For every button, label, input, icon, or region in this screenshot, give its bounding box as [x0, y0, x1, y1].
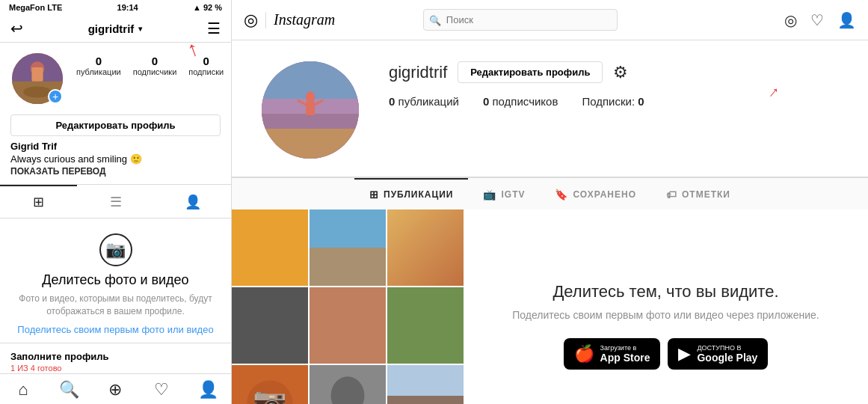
desktop-content: gigridtrif Редактировать профиль ⚙ ↑ 0 п…	[232, 40, 868, 404]
google-play-button[interactable]: ▶ ДОСТУПНО В Google Play	[668, 338, 768, 370]
mobile-top-nav: ↩ gigridtrif ▾ ☰ ↑	[0, 15, 231, 43]
fill-profile-title: Заполните профиль	[10, 351, 221, 362]
tab-tagged[interactable]: 🏷 ОТМЕТКИ	[651, 178, 745, 209]
svg-rect-4	[31, 67, 43, 82]
grid-cell-9[interactable]	[387, 365, 464, 404]
desktop-header: ◎ Instagram 🔍 ◎ ♡ 👤	[232, 0, 868, 40]
status-bar: MegaFon LTE 19:14 ▲ 92 %	[0, 0, 231, 15]
battery-label: ▲ 92 %	[193, 3, 222, 12]
nav-heart[interactable]: ♡	[138, 380, 185, 400]
followers-count: 0	[152, 55, 158, 67]
back-icon[interactable]: ↩	[10, 19, 23, 37]
header-icons: ◎ ♡ 👤	[784, 11, 856, 29]
carrier-label: MegaFon LTE	[9, 3, 62, 12]
mobile-username: gigridtrif	[88, 22, 135, 35]
username-dropdown[interactable]: gigridtrif ▾	[88, 22, 143, 35]
svg-text:📷: 📷	[253, 385, 287, 404]
igtv-icon: 📺	[483, 189, 496, 201]
bio-text: Always curious and smiling 🙂	[10, 153, 221, 165]
tab-igtv[interactable]: 📺 IGTV	[468, 178, 540, 209]
google-play-small-label: ДОСТУПНО В	[697, 344, 757, 352]
tab-saved[interactable]: 🔖 СОХРАНЕНО	[540, 178, 651, 209]
nav-search[interactable]: 🔍	[46, 380, 93, 400]
stat-following: 0 подписки	[188, 55, 224, 76]
instagram-wordmark[interactable]: Instagram	[274, 11, 335, 28]
heart-icon[interactable]: ♡	[810, 11, 824, 29]
stat-followers: 0 подписчики	[133, 55, 177, 76]
edit-profile-button-desktop[interactable]: Редактировать профиль	[458, 61, 603, 83]
compass-icon[interactable]: ◎	[784, 11, 797, 29]
app-store-buttons: 🍎 Загрузите в App Store ▶ ДОСТУПНО В Goo…	[564, 338, 769, 370]
tab-tagged[interactable]: 👤	[154, 185, 231, 218]
mobile-empty-state: 📷 Делитесь фото и видео Фото и видео, ко…	[0, 218, 231, 343]
nav-profile[interactable]: 👤	[185, 380, 231, 400]
stat-posts: 0 публикации	[76, 55, 121, 76]
posts-count: 0	[96, 55, 102, 67]
caret-down-icon: ▾	[138, 25, 142, 33]
mobile-panel: MegaFon LTE 19:14 ▲ 92 % ↩ gigridtrif ▾ …	[0, 0, 232, 404]
tab-saved-label: СОХРАНЕНО	[573, 189, 636, 200]
tab-tagged-label: ОТМЕТКИ	[682, 189, 730, 200]
nav-add[interactable]: ⊕	[93, 380, 139, 400]
search-input[interactable]	[423, 9, 618, 31]
profile-info: gigridtrif Редактировать профиль ⚙ ↑ 0 п…	[389, 61, 853, 159]
app-store-small-label: Загрузите в	[600, 344, 650, 352]
instagram-icon[interactable]: ◎	[244, 10, 258, 30]
tab-list[interactable]: ☰	[77, 185, 154, 218]
desktop-empty-title: Делитесь тем, что вы видите.	[552, 282, 778, 302]
avatar-add-button[interactable]: +	[48, 89, 63, 104]
followers-label: подписчики	[133, 67, 177, 76]
grid-cell-7[interactable]: 📷	[232, 365, 308, 404]
photo-grid: 📷	[232, 209, 464, 404]
nav-home[interactable]: ⌂	[0, 380, 46, 400]
mobile-profile-header: + 0 публикации 0 подписчики 0 подписки	[0, 43, 231, 111]
time-label: 19:14	[117, 3, 138, 12]
translate-link[interactable]: ПОКАЗАТЬ ПЕРЕВОД	[10, 166, 221, 177]
edit-profile-button-mobile[interactable]: Редактировать профиль	[10, 114, 221, 136]
avatar-container: +	[10, 52, 64, 105]
search-container: 🔍	[423, 9, 618, 31]
settings-icon[interactable]: ⚙	[613, 63, 628, 82]
tab-publications-label: ПУБЛИКАЦИИ	[384, 189, 453, 200]
profile-tabs: ⊞ ПУБЛИКАЦИИ 📺 IGTV 🔖 СОХРАНЕНО 🏷 ОТМЕТК…	[232, 177, 868, 209]
fill-profile-progress: 1 ИЗ 4 готово	[10, 364, 221, 373]
grid-cell-1[interactable]	[232, 209, 308, 286]
grid-cell-4[interactable]	[232, 287, 308, 364]
following-label: подписки	[188, 67, 224, 76]
user-icon[interactable]: 👤	[837, 11, 856, 29]
mobile-bottom-nav: ⌂ 🔍 ⊕ ♡ 👤	[0, 373, 231, 404]
tab-grid[interactable]: ⊞	[0, 185, 77, 218]
display-name: Gigrid Trif	[10, 141, 221, 152]
mobile-view-tabs: ⊞ ☰ 👤	[0, 184, 231, 218]
instagram-logo-area: ◎ Instagram	[244, 10, 335, 30]
google-play-text: ДОСТУПНО В Google Play	[697, 344, 757, 364]
google-play-label: Google Play	[697, 352, 757, 364]
svg-rect-11	[306, 102, 315, 115]
tab-publications[interactable]: ⊞ ПУБЛИКАЦИИ	[354, 178, 468, 209]
tab-igtv-label: IGTV	[501, 189, 525, 200]
profile-username-row: gigridtrif Редактировать профиль ⚙ ↑	[389, 61, 853, 83]
grid-cell-6[interactable]	[387, 287, 464, 364]
grid-cell-5[interactable]	[310, 287, 386, 364]
mobile-bio: Gigrid Trif Always curious and smiling 🙂…	[0, 141, 231, 181]
grid-cell-3[interactable]	[387, 209, 464, 286]
tag-icon: 🏷	[666, 189, 677, 201]
app-store-button[interactable]: 🍎 Загрузите в App Store	[564, 338, 661, 370]
desktop-empty-subtitle: Поделитесь своим первым фото или видео ч…	[512, 307, 819, 323]
share-first-photo-link[interactable]: Поделитесь своим первым фото или видео	[17, 324, 213, 335]
grid-icon: ⊞	[369, 189, 379, 201]
content-area: 📷 Делитесь тем, что вы видите. Поделитес…	[232, 209, 868, 404]
hamburger-icon[interactable]: ☰	[207, 20, 221, 37]
desktop-username: gigridtrif	[389, 63, 447, 82]
desktop-stat-followers: 0 подписчиков	[483, 95, 558, 108]
app-store-label: App Store	[600, 352, 650, 364]
desktop-avatar[interactable]	[262, 61, 359, 159]
desktop-empty-state: Делитесь тем, что вы видите. Поделитесь …	[464, 209, 868, 404]
bookmark-icon: 🔖	[555, 189, 568, 201]
svg-point-10	[306, 91, 315, 103]
grid-cell-8[interactable]	[310, 365, 386, 404]
grid-cell-2[interactable]	[310, 209, 386, 286]
header-divider	[265, 12, 266, 28]
search-icon: 🔍	[429, 14, 441, 25]
desktop-panel: ◎ Instagram 🔍 ◎ ♡ 👤	[232, 0, 868, 404]
